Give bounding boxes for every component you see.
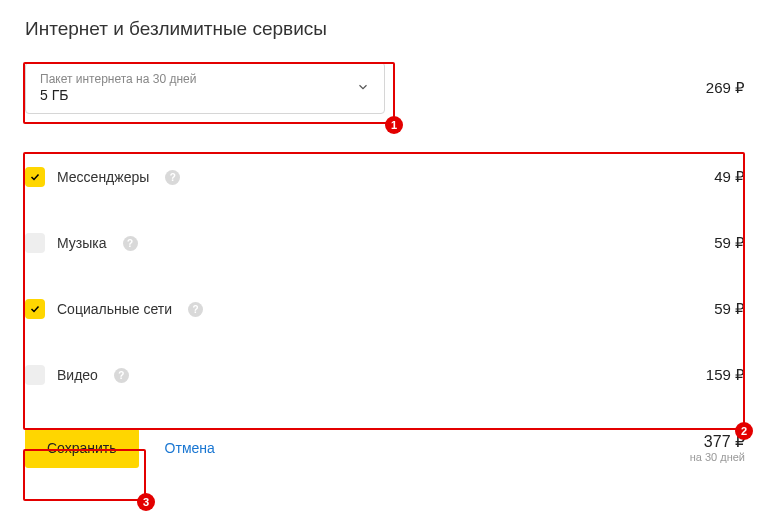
checkbox-video[interactable] <box>25 365 45 385</box>
service-price: 59 ₽ <box>714 234 745 252</box>
service-label: Социальные сети <box>57 301 172 317</box>
service-row: Социальные сети ? 59 ₽ <box>25 276 745 342</box>
package-dropdown[interactable]: Пакет интернета на 30 дней 5 ГБ <box>25 62 385 114</box>
service-price: 159 ₽ <box>706 366 745 384</box>
services-list: Мессенджеры ? 49 ₽ Музыка ? 59 ₽ Социаль… <box>25 144 745 408</box>
help-icon[interactable]: ? <box>188 302 203 317</box>
service-row: Мессенджеры ? 49 ₽ <box>25 144 745 210</box>
service-label: Видео <box>57 367 98 383</box>
help-icon[interactable]: ? <box>165 170 180 185</box>
package-dropdown-label: Пакет интернета на 30 дней <box>40 72 196 87</box>
service-label: Музыка <box>57 235 107 251</box>
package-dropdown-value: 5 ГБ <box>40 87 196 105</box>
checkbox-music[interactable] <box>25 233 45 253</box>
service-row: Видео ? 159 ₽ <box>25 342 745 408</box>
annotation-badge-3: 3 <box>137 493 155 511</box>
save-button[interactable]: Сохранить <box>25 428 139 468</box>
package-row: Пакет интернета на 30 дней 5 ГБ 269 ₽ <box>25 62 745 114</box>
package-price: 269 ₽ <box>706 79 745 97</box>
page-title: Интернет и безлимитные сервисы <box>25 18 745 40</box>
total-period: на 30 дней <box>690 451 745 464</box>
service-row: Музыка ? 59 ₽ <box>25 210 745 276</box>
footer: Сохранить Отмена 377 ₽ на 30 дней <box>25 428 745 468</box>
annotation-badge-1: 1 <box>385 116 403 134</box>
cancel-link[interactable]: Отмена <box>165 440 215 456</box>
chevron-down-icon <box>356 80 370 97</box>
help-icon[interactable]: ? <box>123 236 138 251</box>
service-price: 59 ₽ <box>714 300 745 318</box>
checkbox-social[interactable] <box>25 299 45 319</box>
checkbox-messengers[interactable] <box>25 167 45 187</box>
help-icon[interactable]: ? <box>114 368 129 383</box>
service-price: 49 ₽ <box>714 168 745 186</box>
total-price: 377 ₽ <box>690 432 745 451</box>
service-label: Мессенджеры <box>57 169 149 185</box>
